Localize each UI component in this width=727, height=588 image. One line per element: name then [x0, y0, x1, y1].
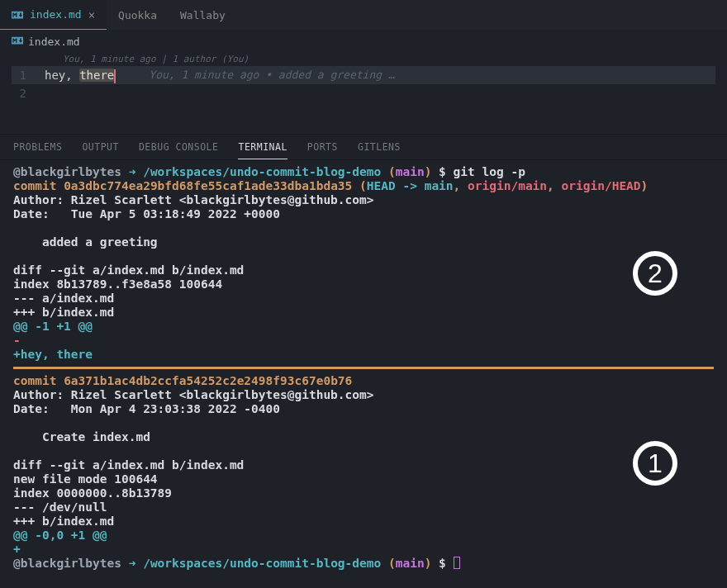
tab-quokka[interactable]: Quokka [107, 0, 169, 30]
panel-tab-bar: PROBLEMS OUTPUT DEBUG CONSOLE TERMINAL P… [0, 134, 727, 160]
breadcrumb-file: index.md [28, 36, 80, 48]
diff-newfile: new file mode 100644 [13, 472, 714, 486]
diff-to: +++ b/index.md [13, 306, 714, 320]
panel-tab-terminal[interactable]: TERMINAL [238, 141, 287, 159]
prompt-branch: main [396, 557, 425, 570]
annotation-badge-2: 2 [633, 251, 677, 296]
prompt-arrow-icon: ➜ [129, 165, 136, 178]
commit-line: commit 0a3dbc774ea29bfd68fe55caf1ade33db… [13, 179, 714, 193]
blank-line [13, 249, 714, 263]
close-icon[interactable]: × [88, 8, 95, 21]
selection: there [79, 69, 114, 82]
tab-index-md[interactable]: index.md × [0, 0, 107, 30]
tab-label: Quokka [118, 9, 157, 21]
prompt-dollar: $ [439, 557, 446, 570]
tab-wallaby[interactable]: Wallaby [169, 0, 237, 30]
markdown-icon [12, 35, 23, 49]
terminal-cursor [454, 557, 460, 569]
commit-label: commit [13, 179, 56, 192]
panel-tab-gitlens[interactable]: GITLENS [358, 141, 401, 153]
commit-date: Date: Mon Apr 4 23:03:38 2022 -0400 [13, 402, 714, 416]
diff-added: +hey, there [13, 348, 714, 362]
prompt-path: /workspaces/undo-commit-blog-demo [143, 165, 381, 178]
badge-number: 2 [648, 267, 663, 281]
code-line-2[interactable]: 2 [12, 84, 715, 102]
terminal-prompt-line: @blackgirlbytes ➜ /workspaces/undo-commi… [13, 165, 714, 179]
diff-from: --- /dev/null [13, 500, 714, 514]
diff-index: index 8b13789..f3e8a58 100644 [13, 277, 714, 292]
panel-tab-debug-console[interactable]: DEBUG CONSOLE [139, 141, 219, 153]
panel-tab-output[interactable]: OUTPUT [82, 141, 119, 153]
commit-line: commit 6a371b1ac4db2ccfa54252c2e2498f93c… [13, 374, 714, 388]
diff-to: +++ b/index.md [13, 514, 714, 529]
annotation-badge-1: 1 [633, 441, 677, 486]
commit-label: commit [13, 374, 56, 387]
diff-removed: - [13, 334, 714, 348]
badge-number: 1 [648, 457, 663, 471]
commit-date: Date: Tue Apr 5 03:18:49 2022 +0000 [13, 207, 714, 221]
code-text: hey, there [45, 66, 116, 84]
diff-hunk: @@ -0,0 +1 @@ [13, 529, 714, 543]
diff-header: diff --git a/index.md b/index.md [13, 458, 714, 472]
blank-line [13, 416, 714, 430]
commit-author: Author: Rizel Scarlett <blackgirlbytes@g… [13, 193, 714, 207]
diff-added: + [13, 543, 714, 557]
terminal-command: git log -p [454, 165, 525, 178]
panel-tab-problems[interactable]: PROBLEMS [13, 141, 62, 153]
ref-head: HEAD [367, 179, 396, 192]
prompt-dollar: $ [439, 165, 446, 178]
editor-tab-bar: index.md × Quokka Wallaby [0, 0, 727, 30]
ref-origin: origin/main [468, 179, 547, 192]
ref-arrow: -> [402, 179, 416, 192]
diff-index: index 0000000..8b13789 [13, 486, 714, 500]
diff-header: diff --git a/index.md b/index.md [13, 263, 714, 277]
commit-message: added a greeting [13, 235, 714, 249]
prompt-user: @blackgirlbytes [13, 557, 121, 570]
gitlens-codelens[interactable]: You, 1 minute ago | 1 author (You) [12, 54, 715, 64]
prompt-user: @blackgirlbytes [13, 165, 121, 178]
ref-main: main [425, 179, 454, 192]
diff-hunk: @@ -1 +1 @@ [13, 320, 714, 334]
tab-label: Wallaby [180, 9, 226, 21]
commit-sha: 0a3dbc774ea29bfd68fe55caf1ade33dba1bda35 [64, 179, 352, 192]
code-line-1[interactable]: 1 hey, there You, 1 minute ago • added a… [12, 66, 715, 84]
prompt-branch: main [396, 165, 425, 178]
terminal[interactable]: 2 1 @blackgirlbytes ➜ /workspaces/undo-c… [0, 160, 727, 579]
blank-line [13, 444, 714, 458]
commit-author: Author: Rizel Scarlett <blackgirlbytes@g… [13, 388, 714, 402]
blank-line [13, 221, 714, 235]
cursor [114, 69, 116, 83]
terminal-prompt-line: @blackgirlbytes ➜ /workspaces/undo-commi… [13, 557, 714, 571]
panel-tab-ports[interactable]: PORTS [307, 141, 338, 153]
tab-label: index.md [30, 8, 82, 21]
line-number: 2 [12, 84, 45, 102]
prompt-arrow-icon: ➜ [129, 557, 136, 570]
ref-origin: origin/HEAD [562, 179, 641, 192]
code-segment: hey, [45, 69, 79, 82]
prompt-path: /workspaces/undo-commit-blog-demo [143, 557, 381, 570]
diff-from: --- a/index.md [13, 292, 714, 306]
breadcrumb[interactable]: index.md [0, 30, 727, 54]
editor-area[interactable]: You, 1 minute ago | 1 author (You) 1 hey… [0, 54, 727, 109]
separator [13, 367, 714, 369]
markdown-icon [12, 9, 23, 21]
commit-message: Create index.md [13, 430, 714, 444]
line-number: 1 [12, 66, 45, 84]
commit-sha: 6a371b1ac4db2ccfa54252c2e2498f93c67e0b76 [64, 374, 352, 387]
gitlens-inline-blame: You, 1 minute ago • added a greeting … [149, 66, 394, 84]
